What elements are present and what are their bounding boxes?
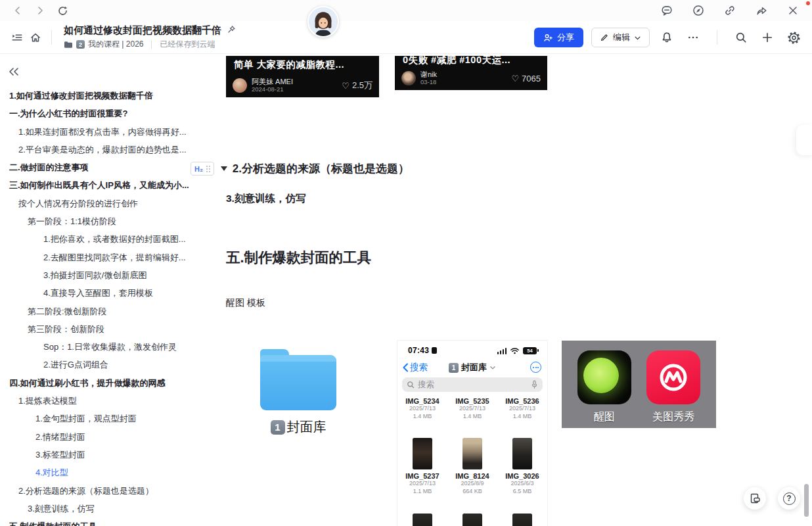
file-item: IMG_52372025/7/131.1 MB (397, 438, 447, 495)
outline-item[interactable]: 2.平台审美是动态的，爆款封面的趋势也是... (0, 141, 192, 158)
file-size: 1.4 MB (447, 413, 497, 421)
cover-card[interactable]: 0失败 #减肥 #100天运... 谢nik 03-18 ♡7065 (395, 56, 547, 90)
breadcrumb[interactable]: 2 我的课程 | 2026 已经保存到云端 (64, 39, 236, 50)
file-thumbnail (462, 514, 482, 526)
file-name: IMG_5236 (497, 397, 547, 405)
drag-handle-icon[interactable] (206, 165, 210, 173)
side-panel-edge[interactable] (796, 125, 812, 155)
file-date: 2025/7/13 (447, 405, 497, 413)
outline-item[interactable]: 4.对比型 (0, 464, 192, 481)
outline-item[interactable]: 三.如何制作出既具有个人IP风格，又能成为小... (0, 176, 192, 194)
file-thumbnail (512, 514, 532, 526)
edit-button[interactable]: 编辑 (591, 28, 650, 47)
keycap-1-icon: 1 (449, 363, 459, 373)
file-date: 2025/6/3 (497, 480, 547, 488)
file-date: 2025/8/9 (447, 480, 497, 488)
outline-item[interactable]: 4.直接导入至醒图，套用模板 (0, 284, 192, 302)
app-name: 醒图 (577, 410, 631, 424)
file-item (397, 514, 447, 526)
people-icon (543, 33, 553, 43)
file-row: IMG_52342025/7/131.4 MBIMG_52352025/7/13… (397, 397, 547, 420)
outline-item[interactable]: 1.金句型封面，观点型封面 (0, 410, 192, 427)
outline-item[interactable]: 3.标签型封面 (0, 446, 192, 464)
help-button[interactable]: ? (778, 487, 800, 510)
apps-image[interactable]: 醒图 美图秀秀 (562, 341, 716, 428)
likes-count: ♡7065 (511, 74, 541, 84)
app-meitu: 美图秀秀 (646, 350, 700, 424)
phone-status-bar: 07:43 54 (397, 345, 547, 356)
file-size: 1.1 MB (397, 488, 447, 496)
phone-screenshot-image[interactable]: 07:43 54 搜索 1 封面库 搜索 IMG_52 (397, 341, 547, 526)
divider (151, 41, 152, 49)
section-heading: 2.分析选题的来源（标题也是选题） (233, 161, 409, 176)
app-xingtu: 醒图 (577, 350, 631, 424)
outline-item[interactable]: 2.情绪型封面 (0, 428, 192, 446)
link-icon[interactable] (721, 2, 738, 19)
phone-more-icon (530, 362, 541, 373)
collapse-arrow-icon[interactable] (221, 166, 227, 171)
file-thumbnail (462, 438, 482, 469)
share-page-icon[interactable] (753, 2, 770, 19)
comment-icon[interactable] (658, 2, 675, 19)
file-item: IMG_30262025/6/36.5 MB (497, 438, 547, 495)
cover-card[interactable]: 简单 大家要的减脂教程... 阿美妹 AMEI 2024-08-21 ♡2.5万 (226, 56, 379, 97)
outline-item[interactable]: 第三阶段：创新阶段 (0, 320, 192, 338)
bell-icon[interactable] (658, 28, 676, 47)
search-icon[interactable] (732, 28, 750, 47)
close-icon[interactable] (784, 2, 801, 19)
chevron-down-icon (634, 34, 641, 41)
outline-item[interactable]: 五.制作爆款封面的工具 (0, 517, 192, 526)
outline-item[interactable]: 二.做封面的注意事项 (0, 158, 192, 176)
compass-icon[interactable] (690, 2, 707, 19)
battery-icon: 54 (523, 347, 537, 354)
file-name: IMG_3026 (497, 472, 547, 480)
outline-item[interactable]: 第一阶段：1:1模仿阶段 (0, 212, 192, 230)
search-icon (407, 381, 415, 389)
outline-item[interactable]: Sop：1.日常收集爆款，激发创作灵 (0, 338, 192, 356)
divider (717, 30, 717, 45)
outline-item[interactable]: 1.提炼表达模型 (0, 392, 192, 410)
file-date: 2025/7/13 (397, 480, 447, 488)
collapse-sidebar-icon[interactable] (8, 66, 22, 78)
outline-item[interactable]: 1.把你喜欢，或者数据好的封面截图... (0, 230, 192, 248)
cover-title: 0失败 #减肥 #100天运... (395, 56, 547, 66)
doc-comment-icon (749, 492, 761, 504)
settings-gear-icon[interactable] (784, 28, 803, 47)
outline-item[interactable]: 1.如何通过修改封面把视频数据翻千倍 (0, 87, 192, 105)
heading-level-badge[interactable]: H₂ (191, 162, 214, 176)
scrollbar[interactable] (804, 484, 809, 517)
outline-item[interactable]: 四.如何通过刷小红书，提升做爆款的网感 (0, 374, 192, 392)
avatar[interactable] (307, 6, 339, 37)
outline-item[interactable]: 第二阶段:微创新阶段 (0, 302, 192, 320)
search-placeholder: 搜索 (418, 379, 434, 391)
file-name: IMG_5237 (397, 472, 447, 480)
file-size: 664 KB (447, 488, 497, 496)
share-button[interactable]: 分享 (534, 28, 583, 47)
outline-item[interactable]: 2.进行G点词组合 (0, 356, 192, 373)
file-item: IMG_52362025/7/131.4 MB (497, 397, 547, 420)
outline-item[interactable]: 一.为什么小红书的封面很重要? (0, 105, 192, 122)
add-icon[interactable] (758, 28, 777, 47)
file-row (397, 514, 547, 526)
post-date: 03-18 (420, 79, 437, 86)
outline-toggle-icon[interactable] (8, 28, 26, 47)
more-icon[interactable] (684, 28, 702, 47)
outline-item[interactable]: 2.去醒图里找同款字体，提前编辑好... (0, 249, 192, 266)
folder-image[interactable]: 1 封面库 (255, 347, 342, 436)
pin-icon[interactable] (227, 25, 236, 37)
outline-item[interactable]: 3.刻意训练，仿写 (0, 500, 192, 517)
sidebar: 1.如何通过修改封面把视频数据翻千倍一.为什么小红书的封面很重要?1.如果连封面… (0, 54, 192, 526)
outline-item[interactable]: 按个人情况有分阶段的进行创作 (0, 195, 192, 212)
feedback-button[interactable] (744, 487, 766, 510)
outline-item[interactable]: 2.分析选题的来源（标题也是选题） (0, 482, 192, 500)
outline-item[interactable]: 3.拍摄封面同款/微创新底图 (0, 266, 192, 284)
outline-item[interactable]: 1.如果连封面都没有点击率，内容做得再好... (0, 123, 192, 141)
forward-icon[interactable] (32, 2, 49, 19)
browser-bar (0, 0, 812, 21)
home-icon[interactable] (26, 28, 45, 47)
page: 如何通过修改封面把视频数据翻千倍 2 我的课程 | 2026 已经保存到云端 分… (0, 0, 812, 526)
back-icon[interactable] (9, 2, 26, 19)
refresh-icon[interactable] (54, 2, 71, 19)
keycap-1-icon: 1 (271, 420, 285, 435)
file-size: 1.4 MB (497, 413, 547, 421)
